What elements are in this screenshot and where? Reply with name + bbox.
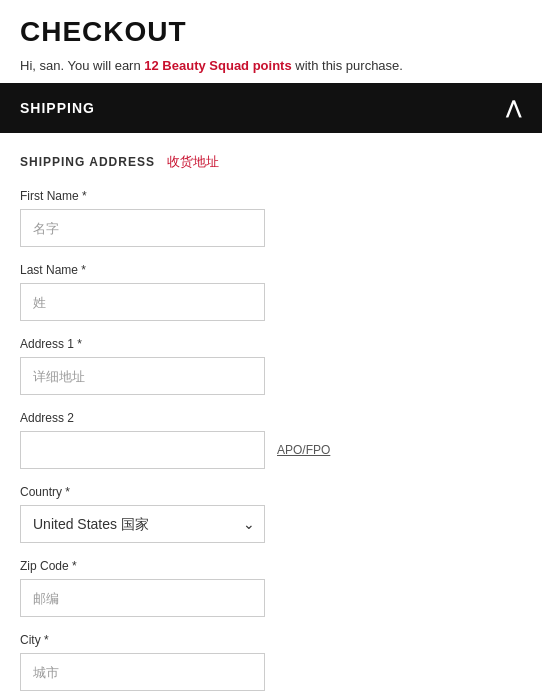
- first-name-label: First Name *: [20, 189, 522, 203]
- points-greeting: Hi, san. You will earn: [20, 58, 144, 73]
- apo-fpo-link[interactable]: APO/FPO: [277, 443, 330, 457]
- address2-group: Address 2 APO/FPO: [20, 411, 522, 469]
- shipping-address-header: SHIPPING ADDRESS 收货地址: [20, 153, 522, 171]
- first-name-input[interactable]: [20, 209, 265, 247]
- shipping-section-header: SHIPPING ⋀: [0, 83, 542, 133]
- country-select-wrapper: United States 国家 Canada United Kingdom ⌄: [20, 505, 265, 543]
- page-wrapper: CHECKOUT Hi, san. You will earn 12 Beaut…: [0, 0, 542, 697]
- points-suffix: with this purchase.: [292, 58, 403, 73]
- zip-code-label: Zip Code *: [20, 559, 522, 573]
- address2-input[interactable]: [20, 431, 265, 469]
- country-select[interactable]: United States 国家 Canada United Kingdom: [20, 505, 265, 543]
- country-group: Country * United States 国家 Canada United…: [20, 485, 522, 543]
- city-input[interactable]: [20, 653, 265, 691]
- address2-row: APO/FPO: [20, 431, 522, 469]
- last-name-group: Last Name *: [20, 263, 522, 321]
- last-name-label: Last Name *: [20, 263, 522, 277]
- address1-label: Address 1 *: [20, 337, 522, 351]
- city-group: City *: [20, 633, 522, 691]
- shipping-address-chinese: 收货地址: [167, 153, 219, 171]
- city-label: City *: [20, 633, 522, 647]
- points-link[interactable]: 12 Beauty Squad points: [144, 58, 291, 73]
- address2-label: Address 2: [20, 411, 522, 425]
- shipping-address-label: SHIPPING ADDRESS: [20, 155, 155, 169]
- chevron-up-icon[interactable]: ⋀: [506, 97, 522, 119]
- address1-group: Address 1 *: [20, 337, 522, 395]
- first-name-group: First Name *: [20, 189, 522, 247]
- zip-code-group: Zip Code *: [20, 559, 522, 617]
- country-label: Country *: [20, 485, 522, 499]
- page-header: CHECKOUT Hi, san. You will earn 12 Beaut…: [0, 0, 542, 83]
- points-message: Hi, san. You will earn 12 Beauty Squad p…: [20, 58, 522, 73]
- address1-input[interactable]: [20, 357, 265, 395]
- shipping-section-body: SHIPPING ADDRESS 收货地址 First Name * Last …: [0, 133, 542, 697]
- zip-code-input[interactable]: [20, 579, 265, 617]
- last-name-input[interactable]: [20, 283, 265, 321]
- page-title: CHECKOUT: [20, 16, 522, 48]
- shipping-label: SHIPPING: [20, 100, 95, 116]
